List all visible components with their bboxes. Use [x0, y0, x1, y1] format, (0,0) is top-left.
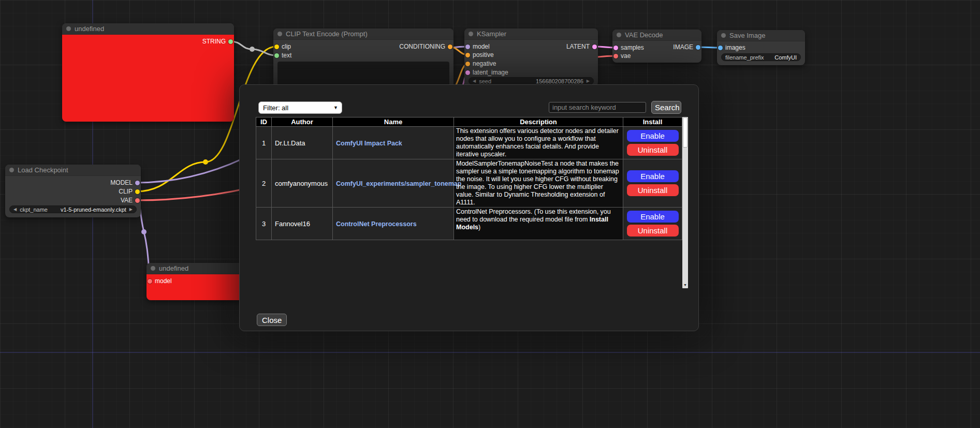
- collapse-dot-icon[interactable]: [721, 33, 726, 38]
- widget-filename_prefix[interactable]: filename_prefixComfyUI: [721, 53, 801, 61]
- node-save-image[interactable]: Save Imageimagesfilename_prefixComfyUI: [717, 30, 805, 65]
- scroll-down-arrow-icon[interactable]: ▼: [682, 282, 688, 288]
- input-dot-model[interactable]: [148, 279, 152, 284]
- node-title-bar[interactable]: undefined: [62, 23, 234, 35]
- widget-value: v1-5-pruned-emaonly.ckpt: [61, 206, 126, 213]
- output-label: CLIP: [119, 188, 133, 195]
- input-slot-samples[interactable]: samples: [613, 44, 644, 51]
- widget-right-arrow-icon[interactable]: ▶: [587, 79, 590, 83]
- filter-select[interactable]: Filter: all: [258, 101, 342, 114]
- collapse-dot-icon[interactable]: [151, 266, 155, 271]
- extension-link[interactable]: ControlNet Preprocessors: [336, 220, 417, 228]
- input-slot-model[interactable]: model: [148, 277, 172, 285]
- output-slot-CLIP[interactable]: CLIP: [119, 188, 140, 195]
- collapse-dot-icon[interactable]: [617, 33, 621, 37]
- output-slot-LATENT[interactable]: LATENT: [566, 43, 597, 50]
- input-slot-images[interactable]: images: [718, 44, 745, 51]
- widget-right-arrow-icon[interactable]: ▶: [129, 208, 133, 212]
- link-midpoint-dot[interactable]: [250, 47, 255, 52]
- widget-left-arrow-icon[interactable]: ◀: [473, 79, 476, 83]
- search-button[interactable]: Search: [651, 101, 681, 114]
- input-dot-samples[interactable]: [613, 46, 618, 50]
- enable-button[interactable]: Enable: [627, 211, 679, 223]
- cell-install: EnableUninstall: [623, 208, 682, 240]
- input-dot-model[interactable]: [465, 45, 470, 49]
- input-slot-model[interactable]: model: [465, 43, 490, 50]
- output-slot-IMAGE[interactable]: IMAGE: [673, 43, 700, 51]
- node-title-text: undefined: [159, 264, 188, 272]
- collapse-dot-icon[interactable]: [66, 26, 71, 31]
- prompt-text-widget[interactable]: [277, 62, 449, 87]
- description-text: ModelSamplerTonemapNoiseTest a node that…: [456, 160, 619, 206]
- link-midpoint-dot[interactable]: [141, 229, 147, 234]
- search-input[interactable]: [549, 102, 646, 113]
- output-dot-STRING[interactable]: [228, 39, 233, 44]
- input-dot-latent_image[interactable]: [465, 70, 470, 75]
- input-label: model: [473, 43, 490, 50]
- node-vae-decode[interactable]: VAE DecodesamplesvaeIMAGE: [612, 29, 701, 63]
- widget-label: ckpt_name: [20, 206, 48, 213]
- uninstall-button[interactable]: Uninstall: [627, 225, 679, 237]
- output-dot-IMAGE[interactable]: [696, 45, 700, 50]
- input-dot-positive[interactable]: [465, 53, 470, 57]
- output-slot-VAE[interactable]: VAE: [121, 197, 140, 204]
- input-label: images: [725, 44, 745, 51]
- input-dot-clip[interactable]: [274, 45, 279, 49]
- link-midpoint-dot[interactable]: [203, 159, 208, 165]
- node-undefined-top[interactable]: undefinedSTRING: [62, 23, 234, 122]
- node-title-bar[interactable]: KSampler: [464, 28, 598, 40]
- table-scrollbar[interactable]: ▼: [682, 117, 688, 288]
- enable-button[interactable]: Enable: [627, 130, 679, 142]
- extension-table: IDAuthorNameDescriptionInstall 1Dr.Lt.Da…: [256, 117, 682, 240]
- output-dot-CONDITIONING[interactable]: [448, 45, 452, 49]
- input-dot-vae[interactable]: [613, 54, 618, 58]
- input-label: clip: [282, 43, 291, 50]
- node-title-bar[interactable]: Load Checkpoint: [5, 165, 141, 176]
- node-title-bar[interactable]: CLIP Text Encode (Prompt): [273, 28, 454, 40]
- input-slot-vae[interactable]: vae: [613, 52, 631, 60]
- output-dot-LATENT[interactable]: [592, 45, 597, 49]
- uninstall-button[interactable]: Uninstall: [627, 144, 679, 156]
- scrollbar-thumb[interactable]: [683, 117, 688, 147]
- output-dot-MODEL[interactable]: [135, 181, 140, 185]
- input-slot-clip[interactable]: clip: [274, 43, 291, 50]
- output-slot-MODEL[interactable]: MODEL: [110, 179, 140, 186]
- column-header-name: Name: [333, 117, 454, 127]
- enable-button[interactable]: Enable: [627, 170, 679, 182]
- input-dot-images[interactable]: [718, 46, 723, 50]
- node-title-bar[interactable]: Save Image: [717, 30, 805, 41]
- collapse-dot-icon[interactable]: [469, 32, 473, 36]
- input-slot-positive[interactable]: positive: [465, 51, 494, 58]
- input-dot-negative[interactable]: [465, 62, 470, 66]
- output-slot-CONDITIONING[interactable]: CONDITIONING: [399, 43, 452, 50]
- input-slot-negative[interactable]: negative: [465, 60, 496, 67]
- extension-link[interactable]: ComfyUI_experiments/sampler_tonemap: [336, 180, 461, 187]
- cell-author: Dr.Lt.Data: [272, 127, 333, 159]
- input-dot-text[interactable]: [274, 53, 279, 58]
- collapse-dot-icon[interactable]: [277, 32, 282, 36]
- widget-left-arrow-icon[interactable]: ◀: [13, 208, 17, 212]
- widget-ckpt_name[interactable]: ◀ckpt_namev1-5-pruned-emaonly.ckpt▶: [9, 205, 137, 213]
- input-slot-latent_image[interactable]: latent_image: [465, 69, 508, 76]
- uninstall-button[interactable]: Uninstall: [627, 184, 679, 196]
- input-label: negative: [473, 60, 496, 67]
- node-ksampler[interactable]: KSamplermodelpositivenegativelatent_imag…: [464, 28, 598, 86]
- node-clip-text-encode[interactable]: CLIP Text Encode (Prompt)cliptextCONDITI…: [273, 28, 454, 91]
- input-slot-text[interactable]: text: [274, 52, 291, 59]
- node-title-text: CLIP Text Encode (Prompt): [286, 30, 368, 38]
- node-title-bar[interactable]: VAE Decode: [612, 29, 701, 41]
- cell-description: This extension offers various detector n…: [454, 127, 623, 159]
- cell-description: ControlNet Preprocessors. (To use this e…: [454, 208, 623, 240]
- output-dot-CLIP[interactable]: [135, 189, 140, 194]
- extension-row: 2comfyanonymousComfyUI_experiments/sampl…: [256, 159, 682, 208]
- output-slot-STRING[interactable]: STRING: [202, 38, 233, 45]
- collapse-dot-icon[interactable]: [9, 168, 14, 172]
- node-load-checkpoint[interactable]: Load CheckpointMODELCLIPVAE◀ckpt_namev1-…: [5, 165, 141, 217]
- description-text: ControlNet Preprocessors. (To use this e…: [456, 208, 611, 223]
- output-dot-VAE[interactable]: [135, 198, 140, 203]
- widget-seed[interactable]: ◀seed156680208700286▶: [469, 77, 594, 85]
- cell-id: 1: [256, 127, 272, 159]
- close-button[interactable]: Close: [257, 314, 287, 326]
- extension-link[interactable]: ComfyUI Impact Pack: [336, 140, 402, 147]
- input-label: model: [155, 277, 172, 285]
